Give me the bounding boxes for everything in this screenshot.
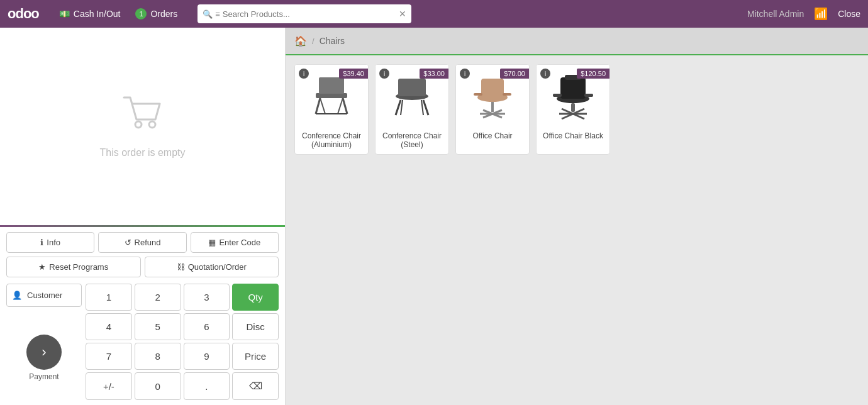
refund-icon: ↺ bbox=[125, 238, 131, 247]
right-panel: 🏠 / Chairs i $39.40 bbox=[286, 28, 868, 405]
svg-rect-24 bbox=[560, 77, 586, 99]
quotation-order-button[interactable]: ⛓ Quotation/Order bbox=[145, 257, 279, 277]
num-6[interactable]: 6 bbox=[184, 313, 230, 340]
payment-button[interactable]: › Payment bbox=[26, 335, 62, 381]
svg-point-0 bbox=[135, 121, 142, 128]
svg-rect-10 bbox=[398, 79, 426, 96]
main-layout: This order is empty ℹ Info ↺ Refund ▦ En… bbox=[0, 28, 868, 405]
topbar-right: Mitchell Admin 📶 Close bbox=[747, 7, 860, 21]
breadcrumb-current: Chairs bbox=[320, 36, 345, 46]
breadcrumb-separator: / bbox=[312, 36, 314, 46]
svg-rect-27 bbox=[571, 103, 575, 112]
customer-button[interactable]: 👤 Customer bbox=[6, 284, 82, 307]
svg-line-7 bbox=[338, 98, 343, 114]
search-icon: 🔍 bbox=[203, 9, 213, 19]
order-empty-text: This order is empty bbox=[99, 147, 185, 158]
info-icon: ℹ bbox=[40, 238, 43, 247]
clear-search-icon[interactable]: ✕ bbox=[399, 9, 406, 19]
breadcrumb-home-button[interactable]: 🏠 bbox=[294, 35, 307, 47]
wifi-icon: 📶 bbox=[814, 7, 828, 21]
reset-programs-button[interactable]: ★ Reset Programs bbox=[6, 257, 141, 277]
num-plusminus[interactable]: +/- bbox=[86, 372, 132, 400]
product-card-3[interactable]: i $70.00 bbox=[455, 64, 530, 155]
mode-disc[interactable]: Disc bbox=[232, 313, 279, 340]
orders-button[interactable]: 1 Orders bbox=[128, 6, 185, 22]
num-1[interactable]: 1 bbox=[86, 284, 132, 311]
mode-price[interactable]: Price bbox=[232, 343, 279, 370]
num-backspace[interactable]: ⌫ bbox=[232, 372, 279, 400]
products-area: i $39.40 bbox=[286, 55, 868, 405]
mode-qty[interactable]: Qty bbox=[232, 284, 279, 311]
product-price-3: $70.00 bbox=[500, 69, 529, 79]
svg-point-1 bbox=[149, 121, 155, 128]
numpad-area: 👤 Customer › Payment 1 2 3 Qty 4 5 bbox=[0, 280, 285, 405]
num-4[interactable]: 4 bbox=[86, 313, 132, 340]
product-card-4[interactable]: i $120.50 bbox=[536, 64, 610, 155]
num-2[interactable]: 2 bbox=[135, 284, 181, 311]
product-card-2[interactable]: i $33.00 Conference Chair (Steel) bbox=[375, 64, 449, 155]
num-5[interactable]: 5 bbox=[135, 313, 181, 340]
link-icon: ⛓ bbox=[177, 262, 185, 272]
product-name-4: Office Chair Black bbox=[537, 128, 609, 145]
num-9[interactable]: 9 bbox=[184, 343, 230, 370]
left-panel: This order is empty ℹ Info ↺ Refund ▦ En… bbox=[0, 28, 286, 405]
svg-line-6 bbox=[320, 98, 325, 114]
enter-code-button[interactable]: ▦ Enter Code bbox=[191, 232, 279, 253]
breadcrumb-bar: 🏠 / Chairs bbox=[286, 28, 868, 55]
product-name-1: Conference Chair (Aluminium) bbox=[295, 128, 368, 154]
cart-icon bbox=[121, 94, 165, 141]
product-card-1[interactable]: i $39.40 bbox=[294, 64, 369, 155]
svg-rect-25 bbox=[553, 94, 562, 97]
search-bar: 🔍 ≡ ✕ bbox=[198, 4, 411, 23]
svg-rect-16 bbox=[481, 79, 504, 97]
product-info-icon-1[interactable]: i bbox=[299, 69, 309, 79]
svg-rect-2 bbox=[316, 93, 347, 98]
close-button[interactable]: Close bbox=[838, 9, 860, 19]
num-7[interactable]: 7 bbox=[86, 343, 132, 370]
svg-line-12 bbox=[423, 100, 428, 115]
product-image-wrap-2: i $33.00 bbox=[376, 65, 448, 128]
product-image-wrap-1: i $39.40 bbox=[295, 65, 368, 128]
customer-column: 👤 Customer › Payment bbox=[6, 284, 82, 400]
office-chair-img bbox=[467, 71, 518, 121]
search-input[interactable] bbox=[223, 9, 399, 19]
svg-line-13 bbox=[401, 100, 403, 115]
action-row-2: ★ Reset Programs ⛓ Quotation/Order bbox=[6, 257, 279, 277]
username-label: Mitchell Admin bbox=[747, 9, 804, 19]
barcode-icon: ▦ bbox=[208, 238, 216, 247]
order-area: This order is empty bbox=[0, 28, 285, 225]
customer-icon: 👤 bbox=[12, 291, 22, 300]
chair-steel-img bbox=[387, 71, 437, 121]
refund-button[interactable]: ↺ Refund bbox=[98, 232, 186, 253]
num-3[interactable]: 3 bbox=[184, 284, 230, 311]
product-image-wrap-3: i $70.00 bbox=[456, 65, 529, 128]
svg-rect-18 bbox=[503, 93, 511, 96]
list-icon: ≡ bbox=[215, 9, 220, 19]
cash-in-out-button[interactable]: 💵 Cash In/Out bbox=[52, 6, 128, 21]
topbar: odoo 💵 Cash In/Out 1 Orders 🔍 ≡ ✕ Mitche… bbox=[0, 0, 868, 28]
numpad-grid: 1 2 3 Qty 4 5 6 Disc 7 8 9 Price +/- 0 .… bbox=[86, 284, 279, 400]
num-dot[interactable]: . bbox=[184, 372, 230, 400]
product-price-1: $39.40 bbox=[339, 69, 368, 79]
product-info-icon-4[interactable]: i bbox=[540, 69, 550, 79]
product-info-icon-3[interactable]: i bbox=[460, 69, 470, 79]
product-name-2: Conference Chair (Steel) bbox=[376, 128, 448, 154]
svg-line-5 bbox=[343, 98, 347, 114]
action-buttons: ℹ Info ↺ Refund ▦ Enter Code ★ Reset Pro… bbox=[0, 227, 285, 280]
action-row-1: ℹ Info ↺ Refund ▦ Enter Code bbox=[6, 232, 279, 253]
info-button[interactable]: ℹ Info bbox=[6, 232, 94, 253]
svg-rect-17 bbox=[474, 93, 482, 96]
svg-rect-3 bbox=[319, 77, 344, 94]
product-info-icon-2[interactable]: i bbox=[379, 69, 389, 79]
orders-badge: 1 bbox=[135, 8, 147, 19]
num-0[interactable]: 0 bbox=[135, 372, 181, 400]
odoo-logo: odoo bbox=[8, 6, 39, 22]
payment-circle: › bbox=[26, 335, 62, 370]
num-8[interactable]: 8 bbox=[135, 343, 181, 370]
product-price-2: $33.00 bbox=[420, 69, 448, 79]
product-image-wrap-4: i $120.50 bbox=[537, 65, 609, 128]
cash-icon: 💵 bbox=[59, 9, 70, 19]
product-price-4: $120.50 bbox=[577, 69, 609, 79]
svg-line-11 bbox=[396, 100, 401, 115]
product-name-3: Office Chair bbox=[456, 128, 529, 145]
